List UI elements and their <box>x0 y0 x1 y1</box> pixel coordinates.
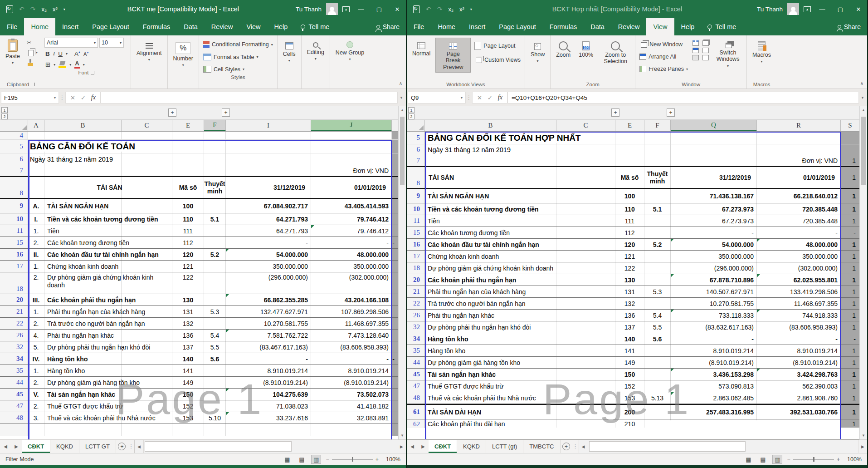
header-date-2[interactable]: 01/01/2019 <box>757 167 841 188</box>
cell-value-current[interactable]: 257.483.316.995 <box>671 405 757 419</box>
row-number[interactable]: 62 <box>407 419 425 428</box>
header-asset[interactable]: TÀI SẢN <box>44 177 172 198</box>
expand-columns-button[interactable]: + <box>168 108 176 117</box>
format-painter-button[interactable] <box>25 58 39 68</box>
cell-code[interactable]: 210 <box>615 419 644 428</box>
sheet-tab-kqkd[interactable]: KQKD <box>50 440 79 453</box>
new-window-button[interactable]: New Window <box>638 39 690 49</box>
cell-code[interactable]: 122 <box>615 262 644 274</box>
cell-code[interactable]: 152 <box>615 380 644 392</box>
cell-note[interactable] <box>204 365 226 376</box>
cell-value-prior[interactable]: 350.000.000 <box>757 251 841 262</box>
cell-value-current[interactable]: 132.477.627.971 <box>226 306 311 317</box>
cell-value-current[interactable]: 64.271.793 <box>226 225 311 236</box>
scroll-up-icon[interactable]: ▲ <box>860 106 867 114</box>
cell-code[interactable]: 141 <box>615 345 644 356</box>
cell[interactable] <box>311 424 392 436</box>
cell-value-current[interactable]: 66.862.355.285 <box>226 294 311 305</box>
row-number[interactable]: 61 <box>407 405 425 419</box>
cell-code[interactable]: 149 <box>172 377 204 388</box>
cell[interactable] <box>204 424 226 436</box>
cell-code[interactable]: 153 <box>615 392 644 404</box>
tab-help[interactable]: Help <box>268 18 295 35</box>
cell-value-current[interactable]: 350.000.000 <box>671 251 757 262</box>
cell-value-prior[interactable]: 720.385.448 <box>757 215 841 227</box>
cell[interactable] <box>172 132 204 139</box>
horizontal-scrollbar[interactable]: ◀ ▶ <box>134 440 406 453</box>
row-number[interactable]: 21 <box>0 306 28 317</box>
tab-view[interactable]: View <box>239 18 267 35</box>
scrollbar-thumb[interactable] <box>861 117 866 185</box>
cell-label[interactable]: TÀI SẢN NGẮN HẠN <box>425 189 615 203</box>
copy-button[interactable]: ▾ <box>25 47 39 58</box>
cell-code[interactable]: 120 <box>172 249 204 260</box>
collapse-ribbon-icon[interactable]: ∧ <box>399 81 402 86</box>
sheet-tab-lctt[interactable]: LCTT GT <box>79 440 116 453</box>
select-all-corner[interactable] <box>407 120 425 131</box>
column-header-q[interactable]: Q <box>671 120 757 131</box>
cell-label[interactable]: TÀI SẢN NGẮN HẠN <box>44 199 172 213</box>
cell-value-prior[interactable]: 7.473.128.640 <box>311 330 392 341</box>
cell-value-prior[interactable]: 2.861.908.760 <box>757 392 841 404</box>
cell-value-prior[interactable]: 3.424.298.763 <box>757 369 841 380</box>
row-number[interactable]: 48 <box>0 412 28 424</box>
row-number[interactable]: 4 <box>0 132 28 139</box>
cell-value-current[interactable]: 10.270.581.755 <box>671 298 757 309</box>
cell-value-prior[interactable]: (8.910.019.214) <box>311 377 392 388</box>
cell[interactable] <box>204 132 226 139</box>
cell[interactable] <box>615 144 644 155</box>
fill-color-icon[interactable] <box>59 61 66 68</box>
avatar[interactable] <box>787 3 799 15</box>
cut-button[interactable]: ✂ <box>25 38 39 47</box>
cell-label[interactable]: Tài sản ngắn hạn khác <box>425 369 615 380</box>
cell-label[interactable]: Hàng tồn kho <box>44 365 172 376</box>
alignment-button[interactable]: Alignment▾ <box>133 38 165 64</box>
scroll-left-icon[interactable]: ◀ <box>579 440 588 453</box>
row-number[interactable]: 35 <box>0 365 28 376</box>
row-number[interactable]: 18 <box>0 272 28 294</box>
cell[interactable] <box>644 155 671 166</box>
cell-value-prior[interactable]: 43.405.414.593 <box>311 199 392 213</box>
cell-index[interactable]: 2. <box>28 272 44 294</box>
header-date-2[interactable]: 01/01/2019 <box>311 177 392 198</box>
collapse-ribbon-icon[interactable]: ∧ <box>860 81 863 86</box>
row-number[interactable]: 15 <box>0 237 28 248</box>
cell-value-prior[interactable]: 107.869.298.506 <box>311 306 392 317</box>
zoom-out-icon[interactable]: − <box>326 456 329 463</box>
column-header-s[interactable]: S <box>841 120 859 131</box>
header-date-1[interactable]: 31/12/2019 <box>226 177 311 198</box>
cell-value-current[interactable]: - <box>671 227 757 238</box>
cell-index[interactable]: IV. <box>28 353 44 365</box>
row-number[interactable]: 17 <box>407 251 425 262</box>
outline-level-2-button[interactable]: 2 <box>408 113 414 119</box>
new-sheet-button[interactable]: + <box>116 440 128 453</box>
minimize-button[interactable]: — <box>354 6 368 13</box>
cell-value-prior[interactable]: - <box>757 227 841 238</box>
cell-code[interactable]: 140 <box>615 333 644 345</box>
borders-icon[interactable]: ⊞ <box>45 61 50 68</box>
cancel-formula-icon[interactable]: ✕ <box>477 94 482 101</box>
header-note[interactable]: Thuyết minh <box>644 167 671 188</box>
zoom-level[interactable]: 100% <box>844 456 862 463</box>
cell-code[interactable]: 200 <box>615 405 644 419</box>
cell[interactable] <box>311 140 392 153</box>
row-number[interactable]: 45 <box>407 369 425 380</box>
reset-window-position-icon[interactable] <box>702 55 709 60</box>
cell-note[interactable] <box>644 262 671 274</box>
column-header-j[interactable]: J <box>311 120 392 131</box>
outline-level-1-button[interactable]: 1 <box>408 107 414 113</box>
cell-note[interactable] <box>644 380 671 392</box>
cell-label[interactable]: Thuế GTGT được khấu trừ <box>44 400 172 412</box>
cell[interactable] <box>44 424 172 436</box>
expand-columns-button[interactable]: + <box>222 108 230 117</box>
bold-button[interactable]: B <box>45 50 50 57</box>
unit-cell[interactable]: Đơn vị: VND <box>757 155 841 166</box>
cell-note[interactable]: 5.1 <box>644 203 671 215</box>
scroll-down-icon[interactable]: ▼ <box>399 432 406 439</box>
row-number[interactable]: 22 <box>407 298 425 309</box>
row-number[interactable] <box>0 424 28 436</box>
cell-label[interactable]: Tiền <box>425 215 615 227</box>
redo-icon[interactable]: ↷ <box>30 5 36 13</box>
cell-value-prior[interactable]: 350.000.000 <box>311 261 392 272</box>
row-number[interactable]: 21 <box>407 286 425 297</box>
